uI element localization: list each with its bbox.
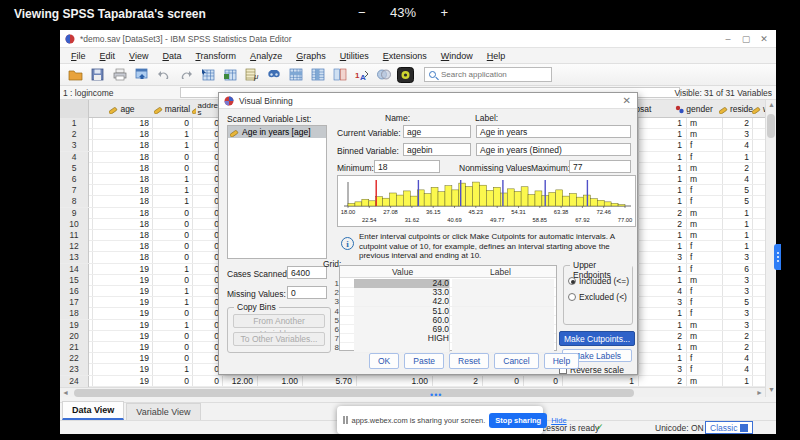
cell-marital: 0 — [152, 152, 189, 163]
cell-gender: f — [690, 364, 718, 375]
cell-marital: 1 — [152, 286, 189, 297]
cutpoints-grid[interactable]: Value Label 124.0233.0342.0451.0560.0669… — [339, 265, 557, 351]
value-labels-icon[interactable] — [396, 66, 415, 84]
recall-dialogs-icon[interactable] — [132, 66, 151, 84]
ok-button[interactable]: OK — [369, 353, 399, 369]
cancel-button[interactable]: Cancel — [494, 353, 538, 369]
cell-gender: f — [690, 308, 718, 319]
cutpoint-label[interactable] — [452, 279, 554, 288]
horizontal-scroll-thumb[interactable] — [74, 389, 634, 397]
to-other-variables-button[interactable]: To Other Variables... — [233, 332, 325, 346]
zoom-out-button[interactable]: − — [358, 5, 366, 20]
scroll-right-icon[interactable]: ► — [756, 389, 763, 396]
goto-variable-icon[interactable] — [220, 66, 239, 84]
menu-window[interactable]: Window — [434, 49, 480, 63]
variables-icon[interactable]: μ — [242, 66, 261, 84]
scroll-left-icon[interactable]: ◄ — [62, 389, 69, 396]
row-number: 5 — [60, 163, 89, 174]
menu-help[interactable]: Help — [480, 49, 513, 63]
insert-cases-icon[interactable] — [286, 66, 305, 84]
cutpoint-label[interactable] — [452, 325, 554, 334]
col-header-gender[interactable]: gender — [670, 100, 718, 118]
menu-analyze[interactable]: Analyze — [243, 49, 289, 63]
menu-extensions[interactable]: Extensions — [376, 49, 434, 63]
make-cutpoints-button[interactable]: Make Cutpoints... — [559, 331, 635, 346]
menu-transform[interactable]: Transform — [188, 49, 243, 63]
application-search[interactable] — [424, 67, 552, 82]
dialog-close-icon[interactable]: ✕ — [623, 95, 631, 106]
cutpoint-row[interactable]: 7HIGH — [340, 334, 556, 343]
cutpoint-label[interactable] — [452, 307, 554, 316]
webex-drag-handle-vertical[interactable] — [774, 244, 781, 270]
menu-graphs[interactable]: Graphs — [289, 49, 333, 63]
scanned-variable-list[interactable]: Age in years [age] — [227, 125, 327, 259]
col-header-age[interactable]: age — [92, 100, 152, 118]
col-header-reside[interactable]: reside — [716, 100, 756, 118]
redo-icon[interactable] — [176, 66, 195, 84]
close-button[interactable]: ✕ — [758, 33, 770, 45]
maximize-button[interactable]: ▢ — [740, 33, 752, 45]
tab-variable-view[interactable]: Variable View — [126, 403, 200, 420]
menu-edit[interactable]: Edit — [93, 49, 123, 63]
classic-mode-button[interactable]: Classic — [705, 421, 753, 434]
stop-sharing-button[interactable]: Stop sharing — [489, 413, 547, 428]
cell-address: 0 — [192, 208, 219, 219]
cell-address: 0 — [192, 331, 219, 342]
menu-view[interactable]: View — [122, 49, 155, 63]
dialog-titlebar[interactable]: Visual Binning ✕ — [219, 93, 637, 109]
scroll-down-icon[interactable]: ▼ — [768, 386, 775, 393]
row-number: 10 — [60, 219, 89, 230]
menu-data[interactable]: Data — [155, 49, 188, 63]
table-row[interactable]: 24190012.001.005.701.0020012m1 — [60, 376, 765, 387]
cutpoint-row-number: 4 — [330, 307, 339, 316]
undo-icon[interactable] — [154, 66, 173, 84]
tab-data-view[interactable]: Data View — [62, 401, 124, 420]
menu-utilities[interactable]: Utilities — [333, 49, 376, 63]
missing-values-value: 0 — [287, 286, 327, 299]
open-data-icon[interactable] — [66, 66, 85, 84]
cutpoint-row[interactable]: 8 — [340, 343, 556, 352]
svg-text:μ: μ — [253, 72, 259, 81]
minimize-button[interactable]: – — [722, 33, 734, 45]
save-icon[interactable] — [88, 66, 107, 84]
cutpoint-label[interactable] — [452, 297, 554, 306]
cutpoint-label[interactable] — [452, 334, 554, 343]
reset-button[interactable]: Reset — [449, 353, 489, 369]
vertical-scroll-thumb[interactable] — [767, 114, 775, 138]
hide-link[interactable]: Hide — [551, 416, 566, 425]
from-another-variable-button[interactable]: From Another Variable... — [233, 314, 325, 328]
cutpoint-value[interactable] — [354, 343, 450, 352]
search-input[interactable] — [439, 69, 547, 80]
select-cases-icon[interactable] — [374, 66, 393, 84]
webex-drag-handle-horizontal[interactable]: ••• — [430, 390, 442, 400]
weight-cases-icon[interactable]: 1A — [352, 66, 371, 84]
binning-histogram[interactable]: 18.0022.5427.0831.6236.1540.6945.2349.77… — [337, 175, 636, 227]
print-icon[interactable] — [110, 66, 129, 84]
binned-variable-labeltext[interactable]: Age in years (Binned) — [476, 143, 631, 156]
cutpoint-label[interactable] — [452, 316, 554, 325]
split-file-icon[interactable] — [330, 66, 349, 84]
menu-file[interactable]: File — [64, 49, 93, 63]
window-titlebar[interactable]: *demo.sav [DataSet3] - IBM SPSS Statisti… — [60, 30, 776, 48]
zoom-in-button[interactable]: + — [440, 5, 448, 20]
paste-button[interactable]: Paste — [404, 353, 444, 369]
insert-variable-icon[interactable] — [308, 66, 327, 84]
viewer-zoom-controls: − 43% + — [358, 5, 448, 20]
cutpoint-label[interactable] — [452, 288, 554, 297]
included-radio[interactable]: Included (<=) — [568, 276, 629, 286]
help-button[interactable]: Help — [544, 353, 579, 369]
excluded-radio[interactable]: Excluded (<) — [568, 292, 627, 302]
cell-marital: 1 — [152, 320, 189, 331]
binned-variable-name[interactable]: agebin — [403, 143, 471, 156]
cell-address: 0 — [192, 219, 219, 230]
cell-age: 18 — [92, 219, 149, 230]
cell-age: 18 — [92, 196, 149, 207]
cutpoint-value[interactable]: HIGH — [354, 334, 450, 343]
find-icon[interactable] — [264, 66, 283, 84]
col-header-marital[interactable]: marital — [152, 100, 192, 118]
goto-case-icon[interactable] — [198, 66, 217, 84]
cutpoint-label[interactable] — [452, 343, 554, 352]
scanned-variable-item[interactable]: Age in years [age] — [228, 126, 326, 138]
scroll-up-icon[interactable]: ▲ — [768, 101, 775, 108]
horizontal-scrollbar[interactable]: ◄ ► — [60, 387, 765, 397]
